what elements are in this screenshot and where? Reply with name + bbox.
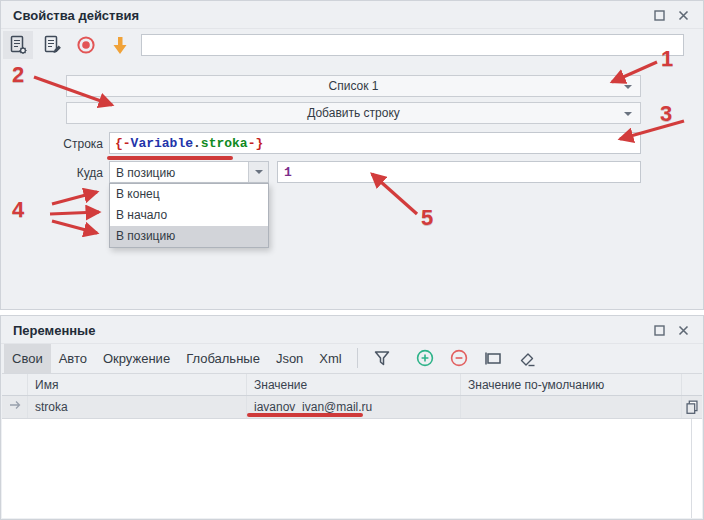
- column-header-actions: [682, 374, 702, 395]
- kuda-combobox-button[interactable]: [248, 162, 268, 182]
- dropdown-option-v-nachalo[interactable]: В начало: [110, 205, 268, 226]
- variable-default-cell[interactable]: [461, 396, 682, 418]
- variables-panel-header: Переменные: [1, 316, 703, 344]
- toolbar-separator: [357, 348, 358, 368]
- column-header-default[interactable]: Значение по-умолчанию: [461, 374, 682, 395]
- annotation-underline-stroka: [107, 156, 233, 160]
- kuda-label: Куда: [31, 166, 103, 180]
- action-settings-icon: [7, 34, 29, 56]
- action-select-value: Добавить строку: [307, 106, 400, 120]
- clear-button[interactable]: [513, 346, 541, 370]
- copy-icon: [683, 398, 701, 416]
- kuda-combobox[interactable]: В позицию: [109, 161, 269, 183]
- scrollbar-gutter[interactable]: [691, 419, 692, 518]
- dropdown-option-v-poziciyu[interactable]: В позицию: [110, 226, 268, 247]
- eraser-icon: [517, 348, 537, 368]
- add-variable-button[interactable]: [411, 346, 439, 370]
- action-edit-button[interactable]: [37, 31, 67, 59]
- close-button[interactable]: [675, 8, 691, 23]
- list-select[interactable]: Список 1: [66, 75, 641, 97]
- close-button[interactable]: [675, 323, 691, 338]
- syntax-close: -}: [248, 136, 264, 151]
- maximize-icon: [654, 325, 665, 336]
- edit-in-window-button[interactable]: [479, 346, 507, 370]
- action-properties-panel: Свойства действия: [0, 0, 704, 310]
- syntax-dot: .: [193, 136, 201, 151]
- row-actions-cell: [682, 396, 702, 418]
- row-selector-cell: [2, 396, 28, 418]
- variable-name-cell[interactable]: stroka: [28, 396, 247, 418]
- row-arrow-icon: [8, 399, 22, 411]
- page-title: Свойства действия: [13, 8, 139, 23]
- annotation-number-3: 3: [660, 101, 672, 127]
- action-panel-header: Свойства действия: [1, 1, 703, 29]
- annotation-number-4: 4: [12, 197, 24, 223]
- remove-icon: [449, 348, 469, 368]
- remove-variable-button[interactable]: [445, 346, 473, 370]
- search-input[interactable]: [141, 34, 684, 56]
- close-icon: [678, 10, 689, 21]
- stroka-input[interactable]: {-Variable.stroka-}: [109, 132, 641, 154]
- copy-variable-button[interactable]: [683, 398, 701, 416]
- add-icon: [415, 348, 435, 368]
- syntax-property: stroka: [201, 136, 248, 151]
- selector-column-header: [2, 374, 28, 395]
- annotation-number-1: 1: [661, 46, 673, 72]
- table-header: Имя Значение Значение по-умолчанию: [2, 373, 702, 396]
- run-arrow-icon: [109, 34, 131, 56]
- run-to-action-button[interactable]: [105, 31, 135, 59]
- column-header-name[interactable]: Имя: [28, 374, 247, 395]
- record-icon: [75, 34, 97, 56]
- edit-window-icon: [483, 348, 503, 368]
- action-edit-icon: [41, 34, 63, 56]
- tab-avto[interactable]: Авто: [51, 344, 95, 373]
- action-select[interactable]: Добавить строку: [66, 102, 641, 124]
- dropdown-caret-icon: [255, 170, 263, 174]
- syntax-object: Variable: [131, 136, 193, 151]
- variables-panel: Переменные Свои Авто Окружение Глобальны…: [0, 315, 704, 520]
- variables-title: Переменные: [13, 323, 95, 338]
- syntax-open: {-: [115, 136, 131, 151]
- tab-okruzhenie[interactable]: Окружение: [95, 344, 178, 373]
- close-icon: [678, 325, 689, 336]
- record-button[interactable]: [71, 31, 101, 59]
- kuda-dropdown-list: В конец В начало В позицию: [109, 183, 269, 248]
- dropdown-caret-icon: [624, 112, 632, 116]
- tab-xml[interactable]: Xml: [311, 344, 349, 373]
- annotation-underline-email: [247, 413, 363, 417]
- table-body-empty: [2, 419, 702, 518]
- position-input[interactable]: 1: [277, 161, 641, 183]
- filter-icon: [372, 348, 392, 368]
- annotation-number-5: 5: [421, 205, 433, 231]
- maximize-button[interactable]: [651, 323, 667, 338]
- tab-svoi[interactable]: Свои: [4, 344, 51, 373]
- dropdown-option-v-konec[interactable]: В конец: [110, 184, 268, 205]
- column-header-value[interactable]: Значение: [247, 374, 461, 395]
- filter-button[interactable]: [368, 346, 396, 370]
- tab-globalnye[interactable]: Глобальные: [178, 344, 268, 373]
- stroka-label: Строка: [31, 137, 103, 151]
- annotation-number-2: 2: [12, 62, 24, 88]
- tab-json[interactable]: Json: [268, 344, 311, 373]
- maximize-icon: [654, 10, 665, 21]
- list-select-value: Список 1: [329, 79, 379, 93]
- action-settings-button[interactable]: [3, 31, 33, 59]
- screen: Свойства действия: [0, 0, 704, 520]
- variables-tabs-row: Свои Авто Окружение Глобальные Json Xml: [2, 343, 702, 373]
- maximize-button[interactable]: [651, 8, 667, 23]
- kuda-combobox-value: В позицию: [116, 166, 175, 180]
- dropdown-caret-icon: [624, 85, 632, 89]
